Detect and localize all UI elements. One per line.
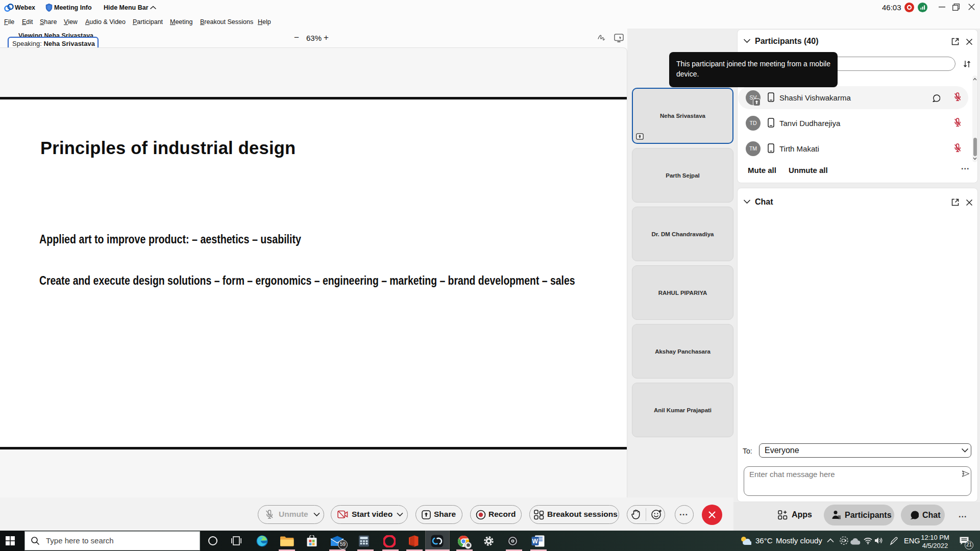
svg-text:W: W	[532, 538, 538, 545]
